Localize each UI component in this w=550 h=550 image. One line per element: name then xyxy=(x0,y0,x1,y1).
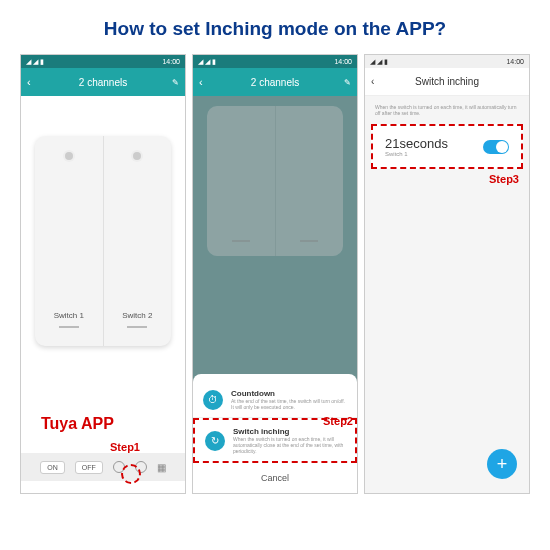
on-button[interactable]: ON xyxy=(40,461,65,474)
status-icons: ◢ ◢ ▮ xyxy=(26,58,44,66)
step1-label: Step1 xyxy=(110,441,140,453)
option-countdown[interactable]: ⏱ Countdown At the end of the set time, … xyxy=(193,382,357,418)
back-icon[interactable]: ‹ xyxy=(371,76,374,87)
option-title: Countdown xyxy=(231,389,347,398)
option-desc: At the end of the set time, the switch w… xyxy=(231,398,347,410)
hint-text: When the switch is turned on each time, … xyxy=(365,96,529,124)
step1-highlight xyxy=(121,464,141,484)
switch-card-ghost xyxy=(207,106,343,256)
off-button[interactable]: OFF xyxy=(75,461,103,474)
app-name-label: Tuya APP xyxy=(41,415,114,433)
status-time: 14:00 xyxy=(506,58,524,65)
status-bar: ◢ ◢ ▮ 14:00 xyxy=(21,55,185,68)
inching-sub: Switch 1 xyxy=(385,151,448,157)
bulb-icon xyxy=(65,152,73,160)
switch-indicator xyxy=(127,326,147,328)
status-icons: ◢ ◢ ▮ xyxy=(370,58,388,66)
step3-label: Step3 xyxy=(365,169,529,189)
switch-2[interactable]: Switch 2 xyxy=(104,136,172,346)
edit-icon[interactable]: ✎ xyxy=(172,78,179,87)
grid-icon[interactable]: ▦ xyxy=(157,462,166,473)
option-desc: When the switch is turned on each time, … xyxy=(233,436,345,454)
status-time: 14:00 xyxy=(334,58,352,65)
inching-icon: ↻ xyxy=(205,431,225,451)
bulb-icon xyxy=(133,152,141,160)
action-sheet: ⏱ Countdown At the end of the set time, … xyxy=(193,374,357,493)
switch-1-label: Switch 1 xyxy=(54,311,84,320)
header-title: 2 channels xyxy=(79,77,127,88)
back-icon[interactable]: ‹ xyxy=(199,76,203,88)
status-time: 14:00 xyxy=(162,58,180,65)
back-icon[interactable]: ‹ xyxy=(27,76,31,88)
page-title: How to set Inching mode on the APP? xyxy=(0,0,550,54)
option-title: Switch inching xyxy=(233,427,345,436)
inching-card[interactable]: 21seconds Switch 1 xyxy=(371,124,523,169)
inching-body: When the switch is turned on each time, … xyxy=(365,96,529,493)
phone-step1: ◢ ◢ ▮ 14:00 ‹ 2 channels ✎ Switch 1 Swit… xyxy=(20,54,186,494)
status-bar: ◢ ◢ ▮ 14:00 xyxy=(193,55,357,68)
switch-indicator xyxy=(59,326,79,328)
phone-row: ◢ ◢ ▮ 14:00 ‹ 2 channels ✎ Switch 1 Swit… xyxy=(0,54,550,494)
inching-value: 21seconds xyxy=(385,136,448,151)
phone-step2: ◢ ◢ ▮ 14:00 ‹ 2 channels ✎ Step2 ⏱ Count… xyxy=(192,54,358,494)
step2-label: Step2 xyxy=(323,415,353,427)
dimmed-body: Step2 ⏱ Countdown At the end of the set … xyxy=(193,96,357,493)
header-title: 2 channels xyxy=(251,77,299,88)
switch-2-label: Switch 2 xyxy=(122,311,152,320)
app-header: ‹ 2 channels ✎ xyxy=(193,68,357,96)
status-bar: ◢ ◢ ▮ 14:00 xyxy=(365,55,529,68)
phone-step3: ◢ ◢ ▮ 14:00 ‹ Switch inching When the sw… xyxy=(364,54,530,494)
app-header: ‹ Switch inching xyxy=(365,68,529,96)
inching-toggle[interactable] xyxy=(483,140,509,154)
app-header: ‹ 2 channels ✎ xyxy=(21,68,185,96)
bottom-toolbar: ON OFF ▦ xyxy=(21,453,185,481)
switch-card: Switch 1 Switch 2 xyxy=(35,136,171,346)
countdown-icon: ⏱ xyxy=(203,390,223,410)
cancel-button[interactable]: Cancel xyxy=(193,463,357,493)
switch-1[interactable]: Switch 1 xyxy=(35,136,104,346)
header-title: Switch inching xyxy=(415,76,479,87)
edit-icon[interactable]: ✎ xyxy=(344,78,351,87)
status-icons: ◢ ◢ ▮ xyxy=(198,58,216,66)
add-fab[interactable]: + xyxy=(487,449,517,479)
